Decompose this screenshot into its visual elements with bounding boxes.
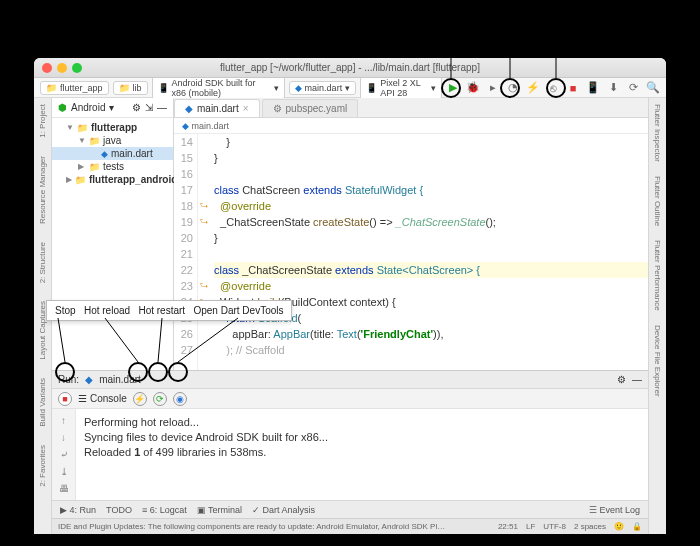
annotation-hotrestart-label: Hot restart — [138, 305, 185, 316]
line-number-gutter: 1415161718192021222324252627 — [174, 134, 198, 370]
debug-button[interactable]: 🐞 — [466, 81, 480, 95]
search-everywhere-button[interactable]: 🔍 — [646, 81, 660, 95]
gutter-marks: ⮑⮑⮑⮑ — [198, 134, 210, 370]
stop-toolbar-button[interactable]: ■ — [566, 81, 580, 95]
run-config-selector[interactable]: ◆main.dart▾ — [289, 81, 357, 95]
editor-tab-main-dart[interactable]: ◆main.dart× — [174, 99, 260, 117]
tree-file-main-dart: ◆main.dart — [52, 147, 173, 160]
annotation-hotreload-label: Hot reload — [84, 305, 130, 316]
console-down-icon[interactable]: ↓ — [61, 432, 66, 443]
project-tool-window: ⬢ Android▾ ⚙ ⇲ — ▼📁flutterapp ▼📁java ◆ma… — [52, 98, 174, 370]
bottom-toolwindow-bar: ▶ 4: Run TODO ≡ 6: Logcat ▣ Terminal ✓ D… — [52, 500, 648, 518]
avd-manager-button[interactable]: 📱 — [586, 81, 600, 95]
console-side-toolbar: ↑ ↓ ⤶ ⤓ 🖶 — [52, 409, 76, 500]
console-up-icon[interactable]: ↑ — [61, 415, 66, 426]
build-variants-tab[interactable]: Build Variants — [38, 378, 47, 427]
terminal-tool-tab[interactable]: ▣ Terminal — [197, 505, 242, 515]
ide-window: flutter_app [~/work/flutter_app] - .../l… — [34, 58, 666, 534]
window-title: flutter_app [~/work/flutter_app] - .../l… — [34, 62, 666, 73]
code-area[interactable]: 1415161718192021222324252627 ⮑⮑⮑⮑ } } cl… — [174, 134, 648, 370]
logcat-tool-tab[interactable]: ≡ 6: Logcat — [142, 505, 187, 515]
flutter-outline-tab[interactable]: Flutter Outline — [653, 176, 662, 226]
editor-tab-pubspec[interactable]: ⚙pubspec.yaml — [262, 99, 359, 117]
structure-tool-tab[interactable]: 2: Structure — [38, 242, 47, 283]
hot-reload-toolbar-button[interactable]: ⚡ — [526, 81, 540, 95]
project-collapse-icon[interactable]: ⇲ — [145, 102, 153, 113]
navigation-bar: 📁flutter_app 📁lib 📱Android SDK built for… — [34, 78, 666, 98]
console-scroll-icon[interactable]: ⤓ — [60, 466, 68, 477]
favorites-tool-tab[interactable]: 2: Favorites — [38, 445, 47, 487]
status-encoding[interactable]: UTF-8 — [543, 522, 566, 531]
project-view-selector[interactable]: Android — [71, 102, 105, 113]
run-settings-icon[interactable]: ⚙ — [617, 374, 626, 385]
status-line-ending[interactable]: LF — [526, 522, 535, 531]
stop-button[interactable]: ■ — [58, 392, 72, 406]
sdk-manager-button[interactable]: ⬇ — [606, 81, 620, 95]
hot-restart-button[interactable]: ⟳ — [153, 392, 167, 406]
breadcrumb-module[interactable]: 📁lib — [113, 81, 148, 95]
dart-analysis-tab[interactable]: ✓ Dart Analysis — [252, 505, 315, 515]
flutter-inspector-tab[interactable]: Flutter Inspector — [653, 104, 662, 162]
device-selector[interactable]: 📱Android SDK built for x86 (mobile)▾ — [152, 76, 285, 100]
avd-selector[interactable]: 📱Pixel 2 XL API 28▾ — [360, 76, 442, 100]
annotation-devtools-label: Open Dart DevTools — [193, 305, 283, 316]
event-log-tab[interactable]: ☰ Event Log — [589, 505, 640, 515]
run-tool-tab[interactable]: ▶ 4: Run — [60, 505, 96, 515]
flutter-performance-tab[interactable]: Flutter Performance — [653, 240, 662, 311]
breadcrumb-project[interactable]: 📁flutter_app — [40, 81, 109, 95]
todo-tool-tab[interactable]: TODO — [106, 505, 132, 515]
status-time: 22:51 — [498, 522, 518, 531]
status-indent[interactable]: 2 spaces — [574, 522, 606, 531]
status-message[interactable]: IDE and Plugin Updates: The following co… — [58, 522, 448, 531]
console-print-icon[interactable]: 🖶 — [59, 483, 69, 494]
status-inspection-icon[interactable]: 🙂 — [614, 522, 624, 531]
titlebar: flutter_app [~/work/flutter_app] - .../l… — [34, 58, 666, 78]
sync-button[interactable]: ⟳ — [626, 81, 640, 95]
run-tool-title: Run: — [58, 374, 79, 385]
open-devtools-button[interactable]: ◉ — [173, 392, 187, 406]
device-file-explorer-tab[interactable]: Device File Explorer — [653, 325, 662, 397]
run-tool-window: Run: ◆main.dart ⚙ — ■ ☰Console ⚡ ⟳ ◉ ↑ — [52, 370, 648, 500]
hot-reload-button[interactable]: ⚡ — [133, 392, 147, 406]
annotation-callout: Stop Hot reload Hot restart Open Dart De… — [46, 300, 292, 321]
run-hide-icon[interactable]: — — [632, 374, 642, 385]
resource-manager-tab[interactable]: Resource Manager — [38, 156, 47, 224]
project-hide-icon[interactable]: — — [157, 102, 167, 113]
editor-breadcrumb[interactable]: ◆ main.dart — [174, 118, 648, 134]
status-bar: IDE and Plugin Updates: The following co… — [52, 518, 648, 534]
console-output[interactable]: Performing hot reload... Syncing files t… — [76, 409, 648, 500]
console-wrap-icon[interactable]: ⤶ — [60, 449, 68, 460]
console-tab[interactable]: ☰Console — [78, 393, 127, 404]
run-config-name: main.dart — [99, 374, 141, 385]
profile-button[interactable]: ◔ — [506, 81, 520, 95]
source-text[interactable]: } } class ChatScreen extends StatefulWid… — [210, 134, 648, 370]
coverage-button[interactable]: ▸ — [486, 81, 500, 95]
status-lock-icon[interactable]: 🔒 — [632, 522, 642, 531]
right-toolwindow-bar: Flutter Inspector Flutter Outline Flutte… — [648, 98, 666, 534]
editor: ◆main.dart× ⚙pubspec.yaml ◆ main.dart 14… — [174, 98, 648, 370]
run-button[interactable]: ▶ — [446, 81, 460, 95]
attach-button[interactable]: ⎋ — [546, 81, 560, 95]
project-settings-icon[interactable]: ⚙ — [132, 102, 141, 113]
project-tool-tab[interactable]: 1: Project — [38, 104, 47, 138]
project-tree[interactable]: ▼📁flutterapp ▼📁java ◆main.dart ▶📁tests ▶… — [52, 118, 173, 189]
annotation-stop-label: Stop — [55, 305, 76, 316]
